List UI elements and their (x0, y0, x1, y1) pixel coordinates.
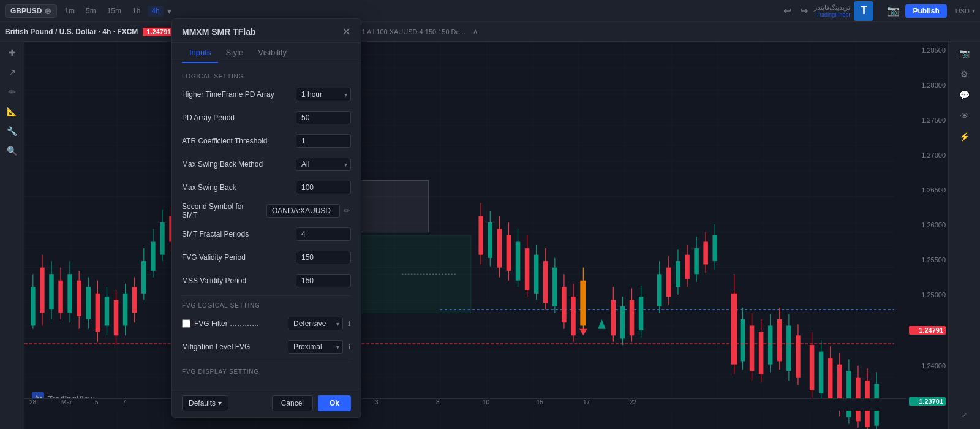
mss-validity-input[interactable] (296, 274, 351, 287)
logo-area: تریدینگ‌فایندر TradingFinder T (814, 1, 873, 21)
date-mar: Mar (61, 399, 72, 406)
tab-style[interactable]: Style (218, 43, 251, 63)
tf-1m[interactable]: 1m (61, 6, 78, 17)
fvg-filter-info-icon[interactable]: ℹ (348, 319, 351, 328)
pd-array-control (296, 111, 351, 124)
main-layout: ✚ ↗ ✏ 📐 🔧 🔍 (0, 42, 980, 429)
mitigation-select-wrapper: Proximal Distal 50% (288, 340, 343, 354)
max-swing-method-select[interactable]: All Fixed Auto (296, 158, 351, 171)
second-symbol-label: Second Symbol for SMT (182, 202, 266, 219)
cancel-button[interactable]: Cancel (272, 395, 313, 411)
footer-buttons: Cancel Ok (272, 395, 351, 411)
max-swing-back-input[interactable] (296, 181, 351, 194)
smt-fractal-label: SMT Fractal Periods (182, 230, 296, 238)
symbol-text: GBPUSD (10, 7, 42, 15)
tool-settings-right[interactable]: ⚙ (954, 65, 976, 83)
tool-crosshair[interactable]: ✚ (2, 44, 22, 61)
dialog-title: MMXM SMR TFlab (182, 27, 256, 37)
max-swing-method-control: All Fixed Auto (296, 158, 351, 171)
date-28: 28 (29, 399, 36, 406)
settings-dialog[interactable]: MMXM SMR TFlab ✕ Inputs Style Visibility… (172, 18, 361, 418)
tab-visibility[interactable]: Visibility (251, 43, 294, 63)
price-5: 1.26500 (909, 186, 946, 194)
fvg-filter-label: FVG Filter ………… (194, 319, 283, 328)
higher-timeframe-label: Higher TimeFrame PD Array (182, 90, 296, 99)
smt-fractal-row: SMT Fractal Periods (182, 226, 351, 243)
fvg-validity-row: FVG Validity Period (182, 249, 351, 266)
tool-chat[interactable]: 💬 (954, 86, 976, 104)
date-10: 10 (483, 399, 489, 406)
atr-coeff-input[interactable] (296, 134, 351, 148)
fvg-validity-input[interactable] (296, 251, 351, 264)
timeframe-dropdown-icon[interactable]: ▾ (167, 6, 172, 16)
atr-coeff-control (296, 134, 351, 148)
ok-button[interactable]: Ok (318, 395, 351, 411)
defaults-button[interactable]: Defaults ▾ (182, 395, 228, 411)
tool-measure[interactable]: 📐 (2, 103, 22, 120)
second-symbol-row: Second Symbol for SMT ✏ (182, 202, 351, 219)
tf-15m[interactable]: 15m (104, 6, 125, 17)
left-sidebar: ✚ ↗ ✏ 📐 🔧 🔍 (0, 42, 24, 429)
dialog-close-button[interactable]: ✕ (342, 26, 351, 37)
tool-resize[interactable]: ⤢ (954, 406, 976, 424)
mitigation-info-icon[interactable]: ℹ (348, 343, 351, 351)
date-15: 15 (537, 399, 543, 406)
tool-pencil[interactable]: ✏ (2, 83, 22, 101)
sell-price: 1.24791 (143, 28, 175, 36)
dialog-footer: Defaults ▾ Cancel Ok (172, 389, 361, 417)
tf-4h[interactable]: 4h (148, 6, 163, 17)
tool-zoom[interactable]: 🔍 (2, 142, 22, 159)
tab-inputs[interactable]: Inputs (182, 43, 218, 63)
redo-button[interactable]: ↪ (797, 4, 810, 18)
higher-timeframe-select[interactable]: 1 hour 4 hours 1 day 1 week (296, 88, 351, 101)
date-17: 17 (583, 399, 590, 406)
tool-watchlist[interactable]: 👁 (954, 107, 976, 125)
tf-1h[interactable]: 1h (129, 6, 144, 17)
publish-button[interactable]: Publish (905, 4, 946, 18)
undo-button[interactable]: ↩ (781, 4, 794, 18)
tool-screenshot[interactable]: 📷 (954, 44, 976, 63)
max-swing-method-row: Max Swing Back Method All Fixed Auto (182, 156, 351, 173)
divider-2 (182, 362, 351, 362)
tf-5m[interactable]: 5m (82, 6, 100, 17)
mitigation-select[interactable]: Proximal Distal 50% (288, 340, 343, 354)
fvg-filter-select[interactable]: Defensive Aggressive Balanced (288, 317, 343, 330)
fvg-filter-checkbox[interactable] (182, 319, 190, 328)
pd-array-input[interactable] (296, 111, 351, 124)
fvg-logical-label: FVG LOGICAL SETTING (182, 302, 351, 309)
smt-fractal-control (296, 227, 351, 241)
atr-coeff-label: ATR Coefficient Threshold (182, 137, 296, 145)
tool-settings[interactable]: 🔧 (2, 123, 22, 140)
indicator-collapse-icon[interactable]: ∧ (473, 28, 478, 36)
price-current-green: 1.23701 (909, 397, 946, 406)
chart-area: 1.28500 1.28000 1.27500 1.27000 1.26500 … (24, 42, 948, 429)
price-3: 1.27500 (909, 116, 946, 124)
tool-alerts[interactable]: ⚡ (954, 127, 976, 146)
date-3: 3 (375, 399, 379, 406)
mitigation-label: Mitigation Level FVG (182, 343, 288, 351)
tool-arrow[interactable]: ↗ (2, 64, 22, 81)
mss-validity-row: MSS Validity Period (182, 272, 351, 289)
dialog-header: MMXM SMR TFlab ✕ (172, 19, 361, 43)
fvg-validity-control (296, 251, 351, 264)
price-7: 1.25500 (909, 256, 946, 264)
brand-sub: TradingFinder (814, 12, 850, 18)
second-symbol-edit-button[interactable]: ✏ (342, 205, 351, 216)
price-9: 1.24000 (909, 362, 946, 370)
second-symbol-input[interactable] (266, 204, 340, 218)
camera-icon[interactable]: 📷 (887, 5, 899, 17)
symbol-add-icon: ⊕ (44, 6, 51, 16)
higher-timeframe-control: 1 hour 4 hours 1 day 1 week (296, 88, 351, 101)
dialog-body: LOGICAL SETTING Higher TimeFrame PD Arra… (172, 63, 361, 389)
second-bar: British Pound / U.S. Dollar · 4h · FXCM … (0, 22, 980, 42)
date-7: 7 (123, 399, 126, 406)
currency-usd: USD (956, 7, 970, 15)
right-sidebar: 📷 ⚙ 💬 👁 ⚡ ⤢ (948, 42, 980, 429)
mitigation-control: Proximal Distal 50% ℹ (288, 340, 351, 354)
smt-fractal-input[interactable] (296, 227, 351, 241)
price-6: 1.26000 (909, 221, 946, 229)
divider-1 (182, 295, 351, 296)
fvg-display-label: FVG DISPLAY SETTING (182, 368, 351, 375)
chart-svg (24, 42, 948, 429)
symbol-badge[interactable]: GBPUSD ⊕ (5, 4, 57, 18)
